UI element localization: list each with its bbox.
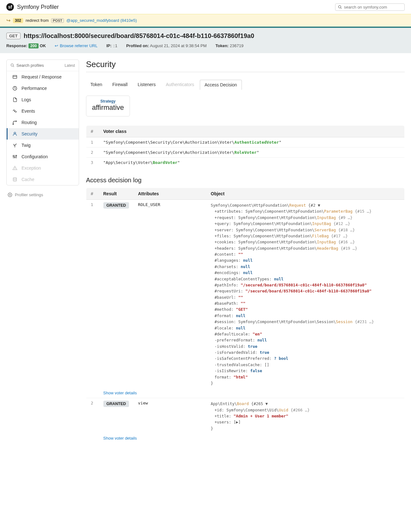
granted-badge: GRANTED xyxy=(103,202,129,209)
tab-firewall[interactable]: Firewall xyxy=(108,80,132,90)
sidebar-search-label: Search profiles xyxy=(16,63,44,68)
gear-icon xyxy=(8,192,12,197)
global-search[interactable] xyxy=(335,3,405,11)
svg-point-21 xyxy=(9,194,11,196)
app-header: sf Symfony Profiler xyxy=(0,0,411,14)
object-dump: Symfony\Component\HttpFoundation\Request… xyxy=(211,202,400,386)
search-icon xyxy=(338,5,342,9)
page-title: Security xyxy=(86,59,405,69)
profiled-on: Profiled on: August 21, 2024 at 9:38:54 … xyxy=(126,43,206,48)
svg-rect-4 xyxy=(13,75,17,78)
svg-point-20 xyxy=(13,178,17,179)
return-arrow-icon: ↩ xyxy=(55,43,58,48)
log-index: 1 xyxy=(86,200,99,389)
log-row: 1GRANTEDROLE_USERSymfony\Component\HttpF… xyxy=(86,200,405,389)
show-voter-details[interactable]: Show voter details xyxy=(103,434,137,441)
request-icon xyxy=(12,74,18,79)
app-title: Symfony Profiler xyxy=(17,4,59,10)
log-object: Symfony\Component\HttpFoundation\Request… xyxy=(206,200,405,389)
sidebar-item-configuration[interactable]: Configuration xyxy=(7,151,79,162)
voter-row: 1"Symfony\Component\Security\Core\Author… xyxy=(86,137,405,147)
redirect-route-link[interactable]: @app_secured_modifyboard (8410e5) xyxy=(66,18,137,23)
log-result: GRANTED xyxy=(99,200,134,389)
sidebar-latest-link[interactable]: Latest xyxy=(64,63,75,68)
redirect-text: redirect from xyxy=(26,18,49,23)
browse-referrer-link[interactable]: ↩ Browse referrer URL xyxy=(55,43,97,48)
log-attributes: view xyxy=(134,398,206,434)
log-object: App\Entity\Board {#265 ▼+id: Symfony\Com… xyxy=(206,398,405,434)
svg-point-15 xyxy=(13,156,14,157)
voter-row: 2"Symfony\Component\Security\Core\Author… xyxy=(86,147,405,158)
search-icon xyxy=(10,63,15,67)
log-details-row: Show voter details xyxy=(86,434,405,443)
svg-line-1 xyxy=(340,8,341,9)
cache-icon xyxy=(12,177,18,182)
sidebar-item-request[interactable]: Request / Response xyxy=(7,71,79,83)
svg-line-3 xyxy=(13,66,14,67)
exception-icon xyxy=(12,166,18,171)
routing-icon xyxy=(12,120,18,125)
response-status: Response: 200 OK xyxy=(6,43,46,48)
symfony-logo-icon: sf xyxy=(6,3,14,11)
sidebar-item-cache[interactable]: Cache xyxy=(7,174,79,185)
log-title: Access decision log xyxy=(86,177,405,184)
decision-log-table: # Result Attributes Object 1GRANTEDROLE_… xyxy=(86,188,405,443)
status-code-badge: 200 xyxy=(28,43,39,48)
log-header-num: # xyxy=(86,188,99,200)
sidebar-item-performance[interactable]: Performance xyxy=(7,83,79,94)
redirect-method: POST xyxy=(51,18,64,23)
log-attributes: ROLE_USER xyxy=(134,200,206,389)
sidebar-item-exception[interactable]: Exception xyxy=(7,162,79,174)
log-index: 2 xyxy=(86,398,99,434)
log-header-attributes: Attributes xyxy=(134,188,206,200)
tab-listeners[interactable]: Listeners xyxy=(133,80,160,90)
voter-class: "Symfony\Component\Security\Core\Authori… xyxy=(99,137,405,147)
svg-point-2 xyxy=(11,64,14,66)
voter-class: "App\Security\Voter\BoardVoter" xyxy=(99,158,405,168)
sidebar-search[interactable]: Search profiles Latest xyxy=(7,60,79,71)
svg-point-11 xyxy=(14,132,15,134)
strategy-card: Strategy affirmative xyxy=(86,96,130,116)
show-voter-details[interactable]: Show voter details xyxy=(103,389,137,395)
granted-badge: GRANTED xyxy=(103,401,129,407)
global-search-input[interactable] xyxy=(344,5,402,9)
svg-line-8 xyxy=(15,88,16,89)
svg-point-17 xyxy=(16,155,17,156)
security-icon xyxy=(12,131,18,136)
sidebar-item-routing[interactable]: Routing xyxy=(7,117,79,128)
sidebar-item-twig[interactable]: Twig xyxy=(7,140,79,151)
object-dump: App\Entity\Board {#265 ▼+id: Symfony\Com… xyxy=(211,401,400,431)
tab-token[interactable]: Token xyxy=(86,80,107,90)
request-summary: GET https://localhost:8000/secured/board… xyxy=(0,27,411,53)
tab-authenticators[interactable]: Authenticators xyxy=(161,80,199,90)
strategy-label: Strategy xyxy=(92,99,124,103)
voter-index: 1 xyxy=(86,137,99,147)
strategy-value: affirmative xyxy=(92,103,124,112)
configuration-icon xyxy=(12,154,18,159)
sidebar-item-logs[interactable]: Logs xyxy=(7,94,79,105)
request-method: GET xyxy=(6,33,21,39)
redirect-status-badge: 302 xyxy=(13,18,23,23)
svg-point-9 xyxy=(15,111,15,112)
redirect-arrow-icon: ↪ xyxy=(6,17,10,23)
sidebar: Search profiles Latest Request / Respons… xyxy=(6,59,79,200)
logs-icon xyxy=(12,97,18,102)
token-info: Token: 236719 xyxy=(216,43,244,48)
log-result: GRANTED xyxy=(99,398,134,434)
voter-class: "Symfony\Component\Security\Core\Authori… xyxy=(99,147,405,158)
svg-point-19 xyxy=(15,169,15,169)
content: Security Token Firewall Listeners Authen… xyxy=(86,59,405,452)
sidebar-item-security[interactable]: Security xyxy=(7,128,79,140)
voters-header-num: # xyxy=(86,126,99,137)
tab-access-decision[interactable]: Access Decision xyxy=(200,80,242,90)
voter-index: 3 xyxy=(86,158,99,168)
log-row: 2GRANTEDviewApp\Entity\Board {#265 ▼+id:… xyxy=(86,398,405,434)
request-url: https://localhost:8000/secured/board/857… xyxy=(24,32,254,40)
dump-toggle[interactable]: {#265 ▼ xyxy=(251,401,268,406)
dump-toggle[interactable]: {#2 ▼ xyxy=(308,203,320,208)
tabs: Token Firewall Listeners Authenticators … xyxy=(86,80,405,90)
sidebar-item-events[interactable]: Events xyxy=(7,105,79,117)
profiler-settings-link[interactable]: Profiler settings xyxy=(6,190,79,200)
svg-point-16 xyxy=(15,157,15,158)
voters-table: # Voter class 1"Symfony\Component\Securi… xyxy=(86,125,405,168)
